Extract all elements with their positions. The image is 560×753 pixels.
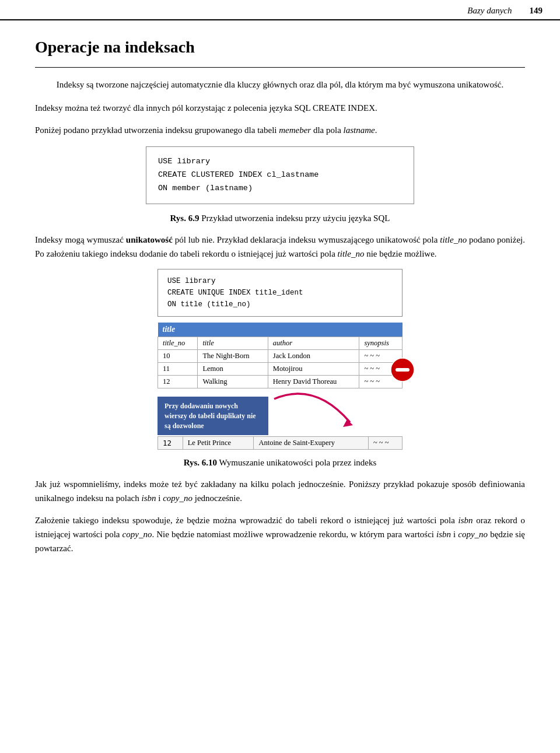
curved-arrow-icon	[268, 387, 362, 434]
bottom-row-table: 12 Le Petit Prince Antoine de Saint-Exup…	[158, 436, 402, 450]
no-entry-icon	[390, 357, 415, 383]
paragraph-8: Założenie takiego indeksu spowoduje, że …	[35, 513, 525, 555]
col-title: title	[198, 337, 268, 350]
table-row: 12 Walking Henry David Thoreau ~ ~ ~	[158, 376, 402, 388]
figure-caption-1: Rys. 6.9 Przykład utworzenia indeksu prz…	[35, 213, 525, 223]
note-box: Przy dodawaniu nowych wierszy do tabeli …	[158, 397, 268, 435]
code-line-3: ON member (lastname)	[158, 182, 402, 195]
col-title_no: title_no	[158, 337, 198, 350]
svg-marker-2	[343, 419, 353, 427]
page-header: Bazy danych 149	[0, 0, 560, 20]
table-row: 11 Lemon Motojirou ~ ~ ~	[158, 363, 402, 376]
table-bottom-row-area: 12 Le Petit Prince Antoine de Saint-Exup…	[158, 436, 402, 450]
table-row-new: 12 Le Petit Prince Antoine de Saint-Exup…	[158, 437, 402, 450]
table-title-cell: title	[158, 323, 402, 337]
code2-line1: USE library	[167, 275, 393, 287]
section-divider	[35, 67, 525, 68]
table-col-row: title_no title author synopsis	[158, 337, 402, 350]
paragraph-2: Poniżej podano przykład utworzenia indek…	[35, 123, 525, 137]
code2-line2: CREATE UNIQUE INDEX title_ident	[167, 287, 393, 299]
code-line-1: USE library	[158, 155, 402, 169]
header-title: Bazy danych	[467, 6, 512, 16]
col-synopsis: synopsis	[359, 337, 402, 350]
paragraph-1: Indeksy można też tworzyć dla innych pól…	[35, 101, 525, 115]
code2-line3: ON title (title_no)	[167, 299, 393, 310]
header-page-number: 149	[530, 6, 543, 16]
figure-caption-2: Rys. 6.10 Wymuszanie unikatowości pola p…	[35, 458, 525, 468]
section-title: Operacje na indeksach	[35, 38, 525, 57]
code-block-1: USE library CREATE CLUSTERED INDEX cl_la…	[146, 146, 414, 204]
code-line-2: CREATE CLUSTERED INDEX cl_lastname	[158, 169, 402, 182]
paragraph-6-7: Jak już wspomnieliśmy, indeks może też b…	[35, 477, 525, 505]
title-table: title title_no title author synopsis 10 …	[158, 323, 402, 388]
figure-table-wrapper: title title_no title author synopsis 10 …	[158, 323, 402, 388]
table-row: 10 The Night-Born Jack London ~ ~ ~	[158, 350, 402, 363]
page-content: Operacje na indeksach Indeksy są tworzon…	[0, 20, 560, 587]
paragraph-3-4-5: Indeksy mogą wymuszać unikatowość pól lu…	[35, 233, 525, 261]
col-author: author	[268, 337, 359, 350]
svg-rect-1	[396, 368, 410, 372]
table-title-row: title	[158, 323, 402, 337]
figure-610: USE library CREATE UNIQUE INDEX title_id…	[158, 269, 402, 450]
intro-paragraph: Indeksy są tworzone najczęściej automaty…	[35, 78, 525, 92]
code-block-2: USE library CREATE UNIQUE INDEX title_id…	[158, 269, 402, 317]
note-arrow-area: Przy dodawaniu nowych wierszy do tabeli …	[158, 393, 402, 435]
